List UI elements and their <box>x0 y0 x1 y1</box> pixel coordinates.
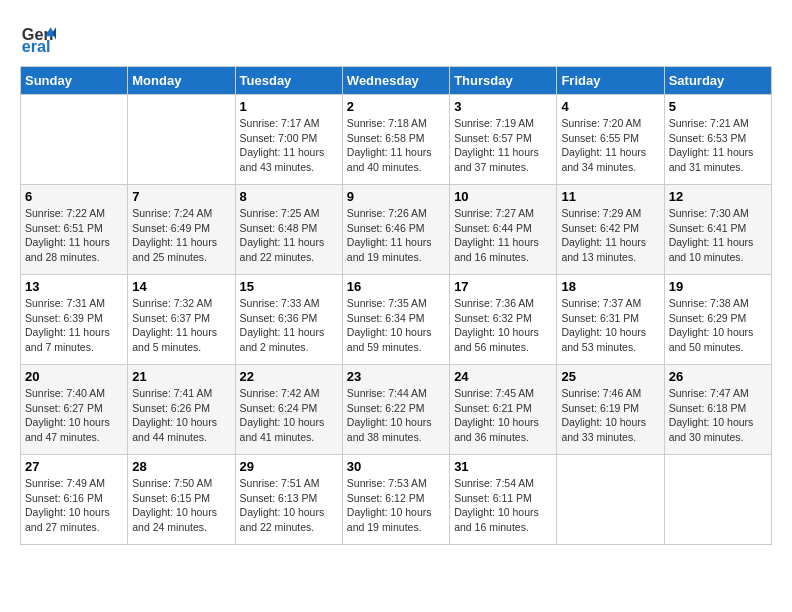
day-info: Sunrise: 7:18 AM Sunset: 6:58 PM Dayligh… <box>347 116 445 175</box>
day-info: Sunrise: 7:24 AM Sunset: 6:49 PM Dayligh… <box>132 206 230 265</box>
day-number: 20 <box>25 369 123 384</box>
calendar-cell: 20Sunrise: 7:40 AM Sunset: 6:27 PM Dayli… <box>21 365 128 455</box>
day-number: 26 <box>669 369 767 384</box>
day-number: 23 <box>347 369 445 384</box>
day-info: Sunrise: 7:35 AM Sunset: 6:34 PM Dayligh… <box>347 296 445 355</box>
calendar-cell: 12Sunrise: 7:30 AM Sunset: 6:41 PM Dayli… <box>664 185 771 275</box>
calendar-cell: 24Sunrise: 7:45 AM Sunset: 6:21 PM Dayli… <box>450 365 557 455</box>
calendar-cell: 17Sunrise: 7:36 AM Sunset: 6:32 PM Dayli… <box>450 275 557 365</box>
calendar-cell: 10Sunrise: 7:27 AM Sunset: 6:44 PM Dayli… <box>450 185 557 275</box>
day-number: 12 <box>669 189 767 204</box>
day-number: 25 <box>561 369 659 384</box>
calendar-cell: 11Sunrise: 7:29 AM Sunset: 6:42 PM Dayli… <box>557 185 664 275</box>
calendar-cell <box>664 455 771 545</box>
day-info: Sunrise: 7:45 AM Sunset: 6:21 PM Dayligh… <box>454 386 552 445</box>
day-number: 10 <box>454 189 552 204</box>
header-row: SundayMondayTuesdayWednesdayThursdayFrid… <box>21 67 772 95</box>
calendar-cell: 1Sunrise: 7:17 AM Sunset: 7:00 PM Daylig… <box>235 95 342 185</box>
day-number: 17 <box>454 279 552 294</box>
day-info: Sunrise: 7:33 AM Sunset: 6:36 PM Dayligh… <box>240 296 338 355</box>
day-number: 18 <box>561 279 659 294</box>
logo-icon: Gen eral <box>20 20 56 56</box>
calendar-cell: 18Sunrise: 7:37 AM Sunset: 6:31 PM Dayli… <box>557 275 664 365</box>
calendar-week-row: 20Sunrise: 7:40 AM Sunset: 6:27 PM Dayli… <box>21 365 772 455</box>
day-info: Sunrise: 7:29 AM Sunset: 6:42 PM Dayligh… <box>561 206 659 265</box>
day-info: Sunrise: 7:41 AM Sunset: 6:26 PM Dayligh… <box>132 386 230 445</box>
calendar-cell: 23Sunrise: 7:44 AM Sunset: 6:22 PM Dayli… <box>342 365 449 455</box>
calendar-cell: 6Sunrise: 7:22 AM Sunset: 6:51 PM Daylig… <box>21 185 128 275</box>
day-info: Sunrise: 7:49 AM Sunset: 6:16 PM Dayligh… <box>25 476 123 535</box>
calendar-cell: 13Sunrise: 7:31 AM Sunset: 6:39 PM Dayli… <box>21 275 128 365</box>
day-number: 4 <box>561 99 659 114</box>
day-number: 29 <box>240 459 338 474</box>
day-info: Sunrise: 7:32 AM Sunset: 6:37 PM Dayligh… <box>132 296 230 355</box>
day-number: 16 <box>347 279 445 294</box>
day-info: Sunrise: 7:38 AM Sunset: 6:29 PM Dayligh… <box>669 296 767 355</box>
calendar-week-row: 13Sunrise: 7:31 AM Sunset: 6:39 PM Dayli… <box>21 275 772 365</box>
calendar-week-row: 27Sunrise: 7:49 AM Sunset: 6:16 PM Dayli… <box>21 455 772 545</box>
svg-text:eral: eral <box>22 37 51 55</box>
day-number: 7 <box>132 189 230 204</box>
weekday-header: Saturday <box>664 67 771 95</box>
weekday-header: Tuesday <box>235 67 342 95</box>
day-number: 21 <box>132 369 230 384</box>
calendar-cell: 31Sunrise: 7:54 AM Sunset: 6:11 PM Dayli… <box>450 455 557 545</box>
day-info: Sunrise: 7:21 AM Sunset: 6:53 PM Dayligh… <box>669 116 767 175</box>
day-info: Sunrise: 7:51 AM Sunset: 6:13 PM Dayligh… <box>240 476 338 535</box>
calendar-cell: 25Sunrise: 7:46 AM Sunset: 6:19 PM Dayli… <box>557 365 664 455</box>
day-number: 24 <box>454 369 552 384</box>
day-info: Sunrise: 7:50 AM Sunset: 6:15 PM Dayligh… <box>132 476 230 535</box>
day-number: 22 <box>240 369 338 384</box>
day-info: Sunrise: 7:27 AM Sunset: 6:44 PM Dayligh… <box>454 206 552 265</box>
calendar-cell: 5Sunrise: 7:21 AM Sunset: 6:53 PM Daylig… <box>664 95 771 185</box>
day-number: 19 <box>669 279 767 294</box>
calendar-week-row: 6Sunrise: 7:22 AM Sunset: 6:51 PM Daylig… <box>21 185 772 275</box>
calendar-cell: 30Sunrise: 7:53 AM Sunset: 6:12 PM Dayli… <box>342 455 449 545</box>
calendar-cell: 8Sunrise: 7:25 AM Sunset: 6:48 PM Daylig… <box>235 185 342 275</box>
calendar-cell <box>557 455 664 545</box>
day-info: Sunrise: 7:36 AM Sunset: 6:32 PM Dayligh… <box>454 296 552 355</box>
day-info: Sunrise: 7:46 AM Sunset: 6:19 PM Dayligh… <box>561 386 659 445</box>
day-number: 28 <box>132 459 230 474</box>
calendar-cell <box>21 95 128 185</box>
day-info: Sunrise: 7:17 AM Sunset: 7:00 PM Dayligh… <box>240 116 338 175</box>
day-number: 13 <box>25 279 123 294</box>
day-number: 15 <box>240 279 338 294</box>
day-number: 5 <box>669 99 767 114</box>
day-info: Sunrise: 7:40 AM Sunset: 6:27 PM Dayligh… <box>25 386 123 445</box>
day-info: Sunrise: 7:44 AM Sunset: 6:22 PM Dayligh… <box>347 386 445 445</box>
day-info: Sunrise: 7:30 AM Sunset: 6:41 PM Dayligh… <box>669 206 767 265</box>
calendar-cell: 19Sunrise: 7:38 AM Sunset: 6:29 PM Dayli… <box>664 275 771 365</box>
calendar-table: SundayMondayTuesdayWednesdayThursdayFrid… <box>20 66 772 545</box>
logo: Gen eral <box>20 20 60 56</box>
calendar-week-row: 1Sunrise: 7:17 AM Sunset: 7:00 PM Daylig… <box>21 95 772 185</box>
calendar-cell: 21Sunrise: 7:41 AM Sunset: 6:26 PM Dayli… <box>128 365 235 455</box>
weekday-header: Thursday <box>450 67 557 95</box>
weekday-header: Wednesday <box>342 67 449 95</box>
weekday-header: Monday <box>128 67 235 95</box>
calendar-cell: 29Sunrise: 7:51 AM Sunset: 6:13 PM Dayli… <box>235 455 342 545</box>
calendar-cell: 26Sunrise: 7:47 AM Sunset: 6:18 PM Dayli… <box>664 365 771 455</box>
calendar-cell: 28Sunrise: 7:50 AM Sunset: 6:15 PM Dayli… <box>128 455 235 545</box>
day-info: Sunrise: 7:54 AM Sunset: 6:11 PM Dayligh… <box>454 476 552 535</box>
day-number: 2 <box>347 99 445 114</box>
day-info: Sunrise: 7:25 AM Sunset: 6:48 PM Dayligh… <box>240 206 338 265</box>
day-number: 9 <box>347 189 445 204</box>
day-number: 6 <box>25 189 123 204</box>
day-info: Sunrise: 7:53 AM Sunset: 6:12 PM Dayligh… <box>347 476 445 535</box>
calendar-cell: 7Sunrise: 7:24 AM Sunset: 6:49 PM Daylig… <box>128 185 235 275</box>
day-info: Sunrise: 7:22 AM Sunset: 6:51 PM Dayligh… <box>25 206 123 265</box>
day-info: Sunrise: 7:47 AM Sunset: 6:18 PM Dayligh… <box>669 386 767 445</box>
day-number: 27 <box>25 459 123 474</box>
calendar-cell: 27Sunrise: 7:49 AM Sunset: 6:16 PM Dayli… <box>21 455 128 545</box>
weekday-header: Sunday <box>21 67 128 95</box>
calendar-cell <box>128 95 235 185</box>
page-header: Gen eral <box>20 20 772 56</box>
day-info: Sunrise: 7:19 AM Sunset: 6:57 PM Dayligh… <box>454 116 552 175</box>
day-info: Sunrise: 7:31 AM Sunset: 6:39 PM Dayligh… <box>25 296 123 355</box>
day-number: 11 <box>561 189 659 204</box>
calendar-cell: 22Sunrise: 7:42 AM Sunset: 6:24 PM Dayli… <box>235 365 342 455</box>
day-number: 30 <box>347 459 445 474</box>
day-info: Sunrise: 7:26 AM Sunset: 6:46 PM Dayligh… <box>347 206 445 265</box>
calendar-cell: 15Sunrise: 7:33 AM Sunset: 6:36 PM Dayli… <box>235 275 342 365</box>
